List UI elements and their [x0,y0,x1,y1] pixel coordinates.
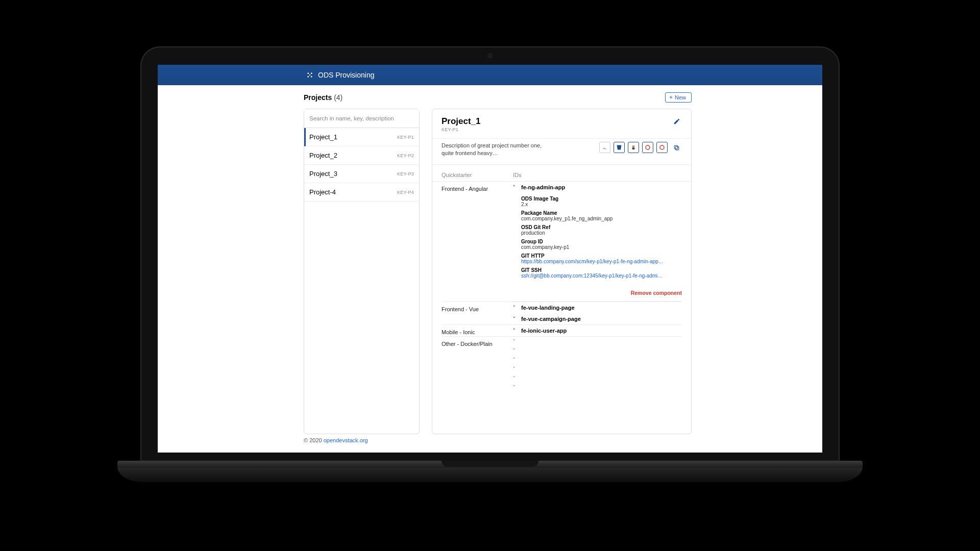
project-list-item[interactable]: Project_1KEY-P1 [304,128,419,146]
project-title-block: Project_1 KEY-P1 [442,116,481,132]
external-links-row [599,142,682,153]
quickstarter-ids: ˅˅˅˅˅˅ [513,337,682,392]
copy-links-button[interactable] [671,142,682,153]
quickstarter-name: Mobile - Ionic [442,325,513,336]
confluence-icon [602,144,608,151]
detail-field-label: GIT HTTP [521,253,682,259]
project-description: Description of great project number one,… [442,142,549,157]
camera-dot [487,53,493,58]
quickstarter-name: Frontend - Vue [442,302,513,324]
project-header: Project_1 KEY-P1 [432,109,691,139]
page-body: Projects (4) + New Project_1KEY-P1Projec [158,85,822,453]
project-key-badge: KEY-P2 [397,153,414,158]
quickstarter-ids: ˅fe-vue-landing-page˅fe-vue-campaign-pag… [513,302,682,324]
project-list-item[interactable]: Project_2KEY-P2 [304,146,419,165]
projects-list: Project_1KEY-P1Project_2KEY-P2Project_3K… [304,128,419,202]
project-key-badge: KEY-P1 [397,135,414,140]
svg-rect-5 [674,145,678,149]
page-footer: © 2020 opendevstack.org [304,437,368,443]
app-logo-icon [306,71,314,79]
component-id: fe-vue-landing-page [521,305,575,311]
detail-field-value: com.company.key_p1.fe_ng_admin_app [521,216,682,221]
detail-field-link[interactable]: https://bb.company.com/scm/key-p1/key-p1… [521,259,682,264]
svg-rect-4 [675,146,679,150]
chevron-down-icon[interactable]: ˅ [513,346,682,355]
chevron-down-icon: ˅ [513,328,518,333]
svg-point-2 [646,145,650,149]
project-key-badge: KEY-P3 [397,171,414,177]
new-project-label: New [675,94,686,101]
link-bitbucket-button[interactable] [614,142,625,153]
quickstarter-row: Frontend - Angular˄fe-ng-admin-appODS Im… [442,182,682,302]
quickstarter-row: Frontend - Vue˅fe-vue-landing-page˅fe-vu… [442,302,682,325]
quickstarter-row: Other - Docker/Plain˅˅˅˅˅˅ [442,337,682,392]
project-name: Project-4 [309,188,336,196]
detail-field-link[interactable]: ssh://git@bb.company.com:12345/key-p1/ke… [521,273,682,279]
chevron-up-icon: ˄ [513,185,518,190]
component-id: fe-ng-admin-app [521,184,565,190]
columns: Project_1KEY-P1Project_2KEY-P2Project_3K… [304,109,692,434]
detail-field-label: Package Name [521,210,682,216]
copy-icon [673,144,680,151]
projects-search-input[interactable] [304,109,419,128]
link-jenkins-button[interactable] [628,142,639,153]
detail-field-value: 2.x [521,202,682,207]
link-confluence-button [599,142,610,153]
plus-icon: + [669,94,673,101]
detail-field-label: ODS Image Tag [521,196,682,202]
chevron-down-icon: ˅ [513,316,518,321]
project-key-badge: KEY-P4 [397,190,414,195]
component-id: fe-ionic-user-app [521,328,567,334]
remove-component-button[interactable]: Remove component [513,282,682,302]
link-openshift-dev-button[interactable] [642,142,653,153]
quickstarter-row: Mobile - Ionic˅fe-ionic-user-app [442,325,682,337]
projects-heading-row: Projects (4) + New [304,85,692,109]
quickstarter-ids: ˄fe-ng-admin-appODS Image Tag2.xPackage … [513,182,682,302]
openshift-icon [645,144,651,151]
col-ids: IDs [513,172,682,178]
component-id-toggle[interactable]: ˅fe-vue-landing-page [513,302,682,313]
link-openshift-test-button[interactable] [656,142,668,153]
edit-project-button[interactable] [672,116,682,127]
content-area: Projects (4) + New Project_1KEY-P1Projec [304,85,692,434]
project-list-item[interactable]: Project_3KEY-P3 [304,165,419,183]
projects-heading: Projects (4) [304,93,342,102]
quickstarter-table-head: Quickstarter IDs [432,165,691,182]
chevron-down-icon[interactable]: ˅ [513,355,682,364]
laptop-notch [442,461,538,467]
new-project-button[interactable]: + New [665,92,692,103]
project-name: Project_3 [309,170,337,178]
component-id-toggle[interactable]: ˄fe-ng-admin-app [513,182,682,193]
chevron-down-icon: ˅ [513,305,518,310]
chevron-down-icon[interactable]: ˅ [513,383,682,392]
col-quickstarter: Quickstarter [442,172,513,178]
detail-field-value: com.company.key-p1 [521,244,682,250]
quickstarter-name: Frontend - Angular [442,182,513,302]
chevron-down-icon[interactable]: ˅ [513,373,682,383]
project-subheader: Description of great project number one,… [432,139,691,165]
component-id-toggle[interactable]: ˅fe-ionic-user-app [513,325,682,336]
chevron-down-icon[interactable]: ˅ [513,337,682,346]
jenkins-icon [630,144,636,151]
laptop-lid: ODS Provisioning Projects (4) + New [140,46,840,465]
detail-field-label: Group ID [521,239,682,244]
component-id-toggle[interactable]: ˅fe-vue-campaign-page [513,313,682,324]
project-list-item[interactable]: Project-4KEY-P4 [304,183,419,202]
openshift-icon [659,144,665,151]
svg-point-0 [632,145,635,148]
chevron-down-icon[interactable]: ˅ [513,364,682,373]
projects-list-panel: Project_1KEY-P1Project_2KEY-P2Project_3K… [304,109,420,434]
footer-link[interactable]: opendevstack.org [324,437,368,443]
laptop-base [117,465,863,482]
quickstarter-table-body: Frontend - Angular˄fe-ng-admin-appODS Im… [432,182,691,399]
detail-field-value: production [521,230,682,236]
svg-point-3 [660,145,664,149]
collapsed-ids: ˅˅˅˅˅˅ [513,337,682,392]
detail-field-label: OSD Git Ref [521,224,682,230]
app-title: ODS Provisioning [318,71,375,79]
svg-rect-1 [632,148,635,150]
app-header: ODS Provisioning [158,65,822,85]
project-key: KEY-P1 [442,127,481,132]
component-detail: ODS Image Tag2.xPackage Namecom.company.… [513,196,682,282]
projects-heading-label: Projects [304,93,332,102]
